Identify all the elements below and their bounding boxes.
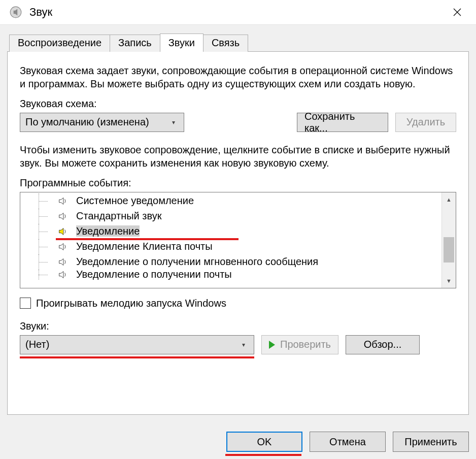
event-row[interactable]: Системное уведомление [20, 193, 441, 209]
speaker-icon [57, 256, 69, 268]
app-icon [8, 5, 23, 20]
annotation-underline [225, 454, 301, 456]
scheme-dropdown[interactable]: По умолчанию (изменена) ▾ [20, 113, 184, 132]
sound-value: (Нет) [25, 339, 239, 350]
speaker-icon-active [57, 225, 69, 238]
intro-text: Звуковая схема задает звуки, сопровождаю… [20, 64, 456, 91]
events-label: Программные события: [20, 177, 456, 189]
sound-dropdown[interactable]: (Нет) ▾ [20, 335, 254, 354]
close-button[interactable] [444, 2, 471, 22]
events-help-text: Чтобы изменить звуковое сопровождение, щ… [20, 143, 456, 170]
scroll-track[interactable] [442, 207, 456, 274]
titlebar: Звук [0, 0, 476, 24]
delete-button: Удалить [395, 113, 456, 132]
startup-sound-checkbox[interactable] [20, 298, 31, 309]
window-title: Звук [29, 6, 444, 19]
cancel-button[interactable]: Отмена [310, 432, 386, 452]
event-row[interactable]: Стандартный звук [20, 209, 441, 224]
speaker-icon [57, 241, 69, 253]
dialog-footer: OK Отмена Применить [226, 432, 469, 452]
chevron-down-icon: ▾ [239, 341, 249, 348]
speaker-icon [57, 210, 69, 222]
dialog-client: Воспроизведение Запись Звуки Связь Звуко… [0, 24, 476, 459]
tab-communications[interactable]: Связь [203, 35, 248, 52]
ok-button[interactable]: OK [226, 432, 302, 452]
sounds-label: Звуки: [20, 320, 456, 332]
events-scrollbar[interactable]: ▲ ▼ [441, 192, 456, 288]
speaker-icon [57, 270, 69, 280]
scroll-thumb[interactable] [444, 237, 454, 263]
annotation-underline [20, 356, 254, 358]
chevron-down-icon: ▾ [168, 119, 179, 126]
test-button: Проверить [261, 335, 338, 354]
tab-playback[interactable]: Воспроизведение [9, 35, 110, 52]
tabstrip: Воспроизведение Запись Звуки Связь [7, 32, 469, 51]
event-row[interactable]: Уведомление о получении почты [20, 270, 441, 280]
event-row-selected[interactable]: Уведомление [20, 224, 441, 239]
tabpage-sounds: Звуковая схема задает звуки, сопровождаю… [7, 51, 469, 415]
scheme-value: По умолчанию (изменена) [25, 116, 168, 128]
startup-sound-checkbox-row[interactable]: Проигрывать мелодию запуска Windows [20, 298, 456, 309]
events-listbox: Системное уведомление Стандартный звук У… [20, 192, 456, 288]
scroll-down-icon[interactable]: ▼ [442, 274, 456, 288]
scheme-label: Звуковая схема: [20, 98, 456, 110]
speaker-icon [57, 195, 69, 207]
events-list[interactable]: Системное уведомление Стандартный звук У… [20, 192, 441, 288]
startup-sound-label: Проигрывать мелодию запуска Windows [36, 298, 226, 309]
event-row[interactable]: Уведомление о получении мгновенного сооб… [20, 254, 441, 270]
browse-button[interactable]: Обзор... [346, 335, 420, 354]
event-row[interactable]: Уведомление Клиента почты [20, 239, 441, 254]
tab-recording[interactable]: Запись [110, 35, 160, 52]
play-icon [269, 341, 275, 349]
tab-sounds[interactable]: Звуки [160, 34, 203, 52]
save-as-button[interactable]: Сохранить как... [297, 113, 388, 132]
scroll-up-icon[interactable]: ▲ [442, 192, 456, 207]
apply-button[interactable]: Применить [393, 432, 469, 452]
